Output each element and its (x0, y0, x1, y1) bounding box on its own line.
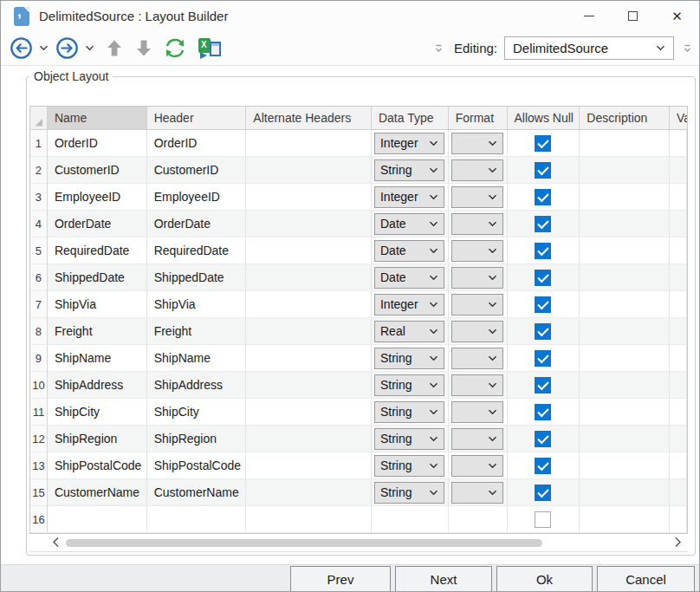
cell-alternate-headers[interactable] (246, 157, 372, 184)
cell-name[interactable]: ShipName (48, 345, 147, 372)
allows-null-checkbox[interactable] (535, 404, 551, 420)
toolbar-overflow-grip[interactable] (434, 42, 444, 55)
cell-description[interactable] (580, 372, 670, 399)
allows-null-checkbox[interactable] (535, 216, 551, 232)
cell-value[interactable] (670, 452, 687, 479)
format-select[interactable] (451, 428, 503, 450)
format-select[interactable] (451, 213, 503, 235)
cell-value[interactable] (670, 399, 687, 426)
cell-value[interactable] (670, 237, 687, 264)
scrollbar-thumb[interactable] (66, 539, 542, 547)
cell-description[interactable] (580, 426, 670, 452)
forward-dropdown-button[interactable] (85, 45, 94, 51)
cell-name[interactable]: ShipPostalCode (48, 452, 147, 479)
data-type-select[interactable]: Integer (374, 186, 444, 208)
cell-description[interactable] (580, 318, 670, 345)
row-header[interactable]: 1 (30, 130, 48, 157)
data-type-select[interactable]: String (374, 348, 444, 369)
cell-name[interactable]: CustomerName (48, 479, 147, 506)
allows-null-checkbox[interactable] (535, 511, 551, 528)
data-type-select[interactable]: String (374, 482, 444, 504)
data-type-select[interactable]: Integer (374, 294, 444, 316)
cell-header[interactable]: RequiredDate (147, 237, 247, 264)
column-header-alternate-headers[interactable]: Alternate Headers (246, 107, 372, 129)
format-select[interactable] (451, 186, 503, 208)
data-type-select[interactable]: Date (374, 267, 444, 289)
cell-name[interactable]: RequiredDate (48, 237, 147, 264)
forward-button[interactable] (55, 36, 79, 60)
column-header-format[interactable]: Format (449, 107, 508, 129)
cell-header[interactable]: OrderDate (147, 211, 247, 237)
allows-null-checkbox[interactable] (535, 243, 551, 259)
row-header[interactable]: 6 (30, 264, 48, 291)
data-type-select[interactable]: String (374, 455, 444, 477)
cell-alternate-headers[interactable] (246, 345, 372, 372)
column-header-header[interactable]: Header (147, 107, 247, 129)
cell-header[interactable]: ShipVia (147, 291, 247, 318)
cell-alternate-headers[interactable] (246, 264, 372, 291)
format-select[interactable] (451, 482, 503, 504)
move-up-button[interactable] (107, 39, 122, 57)
horizontal-scrollbar[interactable] (29, 535, 688, 552)
scroll-left-button[interactable] (52, 536, 60, 551)
cell-header[interactable]: ShipRegion (147, 426, 247, 452)
cell-description[interactable] (580, 479, 670, 506)
cell-value[interactable] (670, 479, 687, 506)
data-type-select[interactable]: Integer (374, 133, 444, 154)
column-header-va[interactable]: Va (670, 107, 687, 129)
row-header[interactable]: 12 (30, 426, 48, 452)
cell-name[interactable] (48, 506, 147, 533)
allows-null-checkbox[interactable] (535, 350, 551, 367)
row-header[interactable]: 7 (30, 291, 48, 318)
format-select[interactable] (451, 455, 503, 477)
maximize-button[interactable] (611, 1, 655, 31)
cell-value[interactable] (670, 291, 687, 318)
format-select[interactable] (451, 159, 503, 181)
cell-description[interactable] (580, 130, 670, 157)
row-header[interactable]: 3 (30, 184, 48, 211)
data-type-select[interactable]: String (374, 374, 444, 396)
row-header[interactable]: 10 (30, 372, 48, 399)
cell-value[interactable] (670, 372, 687, 399)
cell-header[interactable]: OrderID (147, 130, 247, 157)
grid-corner-cell[interactable] (30, 107, 48, 129)
cell-header[interactable]: ShipPostalCode (147, 452, 247, 479)
cell-description[interactable] (580, 211, 670, 237)
format-select[interactable] (451, 374, 503, 396)
cell-alternate-headers[interactable] (246, 506, 372, 533)
format-select[interactable] (451, 401, 503, 423)
column-header-data-type[interactable]: Data Type (372, 107, 449, 129)
row-header[interactable]: 16 (30, 506, 48, 533)
format-select[interactable] (451, 294, 503, 316)
data-type-select[interactable]: Real (374, 321, 444, 342)
cell-value[interactable] (670, 264, 687, 291)
cell-description[interactable] (580, 452, 670, 479)
export-to-excel-button[interactable]: X (198, 38, 221, 59)
cell-name[interactable]: ShipAddress (48, 372, 147, 399)
cell-description[interactable] (580, 157, 670, 184)
row-header[interactable]: 9 (30, 345, 48, 372)
row-header[interactable]: 2 (30, 157, 48, 184)
column-header-description[interactable]: Description (580, 107, 670, 129)
cell-alternate-headers[interactable] (246, 426, 372, 452)
cell-header[interactable]: Freight (147, 318, 247, 345)
row-header[interactable]: 11 (30, 399, 48, 426)
row-header[interactable]: 15 (30, 479, 48, 506)
cell-description[interactable] (580, 291, 670, 318)
cell-value[interactable] (670, 157, 687, 184)
row-header[interactable]: 8 (30, 318, 48, 345)
cell-description[interactable] (580, 184, 670, 211)
cell-alternate-headers[interactable] (246, 237, 372, 264)
allows-null-checkbox[interactable] (535, 189, 551, 205)
cell-value[interactable] (670, 211, 687, 237)
allows-null-checkbox[interactable] (535, 485, 551, 501)
cell-alternate-headers[interactable] (246, 130, 372, 157)
allows-null-checkbox[interactable] (535, 135, 551, 152)
cell-header[interactable]: ShippedDate (147, 264, 247, 291)
cell-name[interactable]: ShippedDate (48, 264, 147, 291)
cell-alternate-headers[interactable] (246, 184, 372, 211)
toolbar-overflow-grip[interactable] (683, 42, 692, 55)
row-header[interactable]: 4 (30, 211, 48, 237)
prev-button[interactable]: Prev (290, 566, 391, 592)
data-type-select[interactable]: Date (374, 240, 444, 262)
